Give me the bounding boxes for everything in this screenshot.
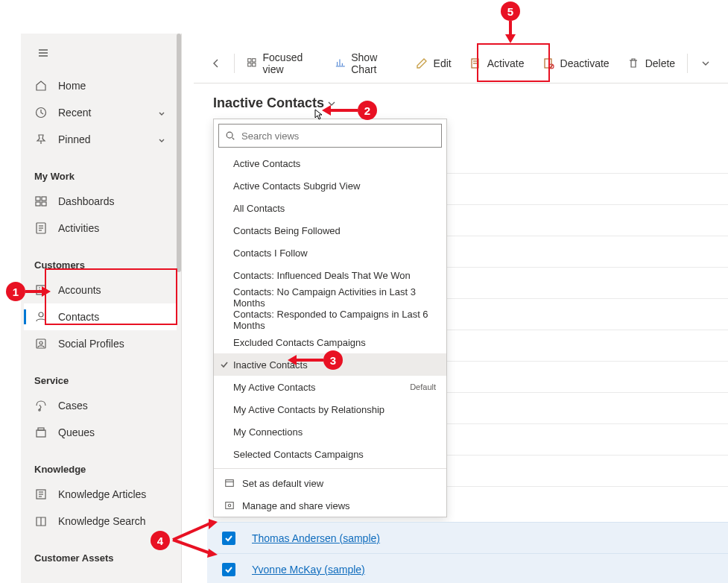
divider — [687, 54, 688, 73]
chevron-down-icon — [157, 108, 166, 117]
sidebar: Home Recent Pinned My Work Dashboards Ac… — [21, 34, 182, 583]
sidebar-item-activities[interactable]: Activities — [24, 215, 177, 242]
view-selector[interactable]: Inactive Contacts — [207, 95, 728, 116]
view-option-label: Contacts: No Campaign Activities in Last… — [233, 286, 436, 309]
contacts-icon — [34, 310, 48, 324]
pin-icon — [34, 133, 48, 146]
sidebar-item-label: Dashboards — [58, 195, 166, 207]
sidebar-item-queues[interactable]: Queues — [24, 419, 177, 446]
hamburger-menu-button[interactable] — [28, 38, 58, 68]
view-option-label: Contacts Being Followed — [233, 225, 341, 236]
view-option[interactable]: Contacts: Responded to Campaigns in Last… — [214, 309, 446, 331]
view-option[interactable]: Selected Contacts Campaigns — [214, 443, 446, 465]
activate-button[interactable]: Activate — [462, 50, 532, 77]
record-row[interactable]: Thomas Andersen (sample) — [207, 522, 728, 553]
chevron-down-icon — [157, 135, 166, 144]
delete-icon — [627, 57, 639, 69]
svg-rect-31 — [248, 63, 251, 66]
sidebar-item-contacts[interactable]: Contacts — [24, 303, 177, 330]
svg-rect-40 — [545, 59, 551, 68]
view-option-label: Excluded Contacts Campaigns — [233, 337, 366, 348]
view-search-input[interactable] — [241, 130, 435, 142]
sidebar-item-pinned[interactable]: Pinned — [24, 126, 177, 153]
sidebar-item-label: Home — [58, 80, 166, 92]
edit-button[interactable]: Edit — [408, 50, 459, 77]
toolbar-label: Deactivate — [560, 57, 610, 69]
queues-icon — [34, 426, 48, 439]
sidebar-item-cases[interactable]: Cases — [24, 392, 177, 419]
activate-icon — [469, 57, 481, 69]
toolbar-label: Focused view — [263, 51, 317, 75]
focusedview-button[interactable]: Focused view — [239, 50, 325, 77]
view-dropdown: Active Contacts Active Contacts Subgrid … — [213, 119, 447, 517]
svg-rect-24 — [38, 428, 44, 430]
manage-views-action[interactable]: Manage and share views — [214, 494, 446, 517]
svg-rect-7 — [36, 202, 40, 206]
sidebar-item-label: Cases — [58, 400, 166, 412]
dropdown-divider — [214, 468, 446, 469]
record-grid: Thomas Andersen (sample) Yvonne McKay (s… — [207, 522, 728, 583]
chevron-down-icon — [326, 98, 338, 110]
view-option[interactable]: My Connections — [214, 420, 446, 443]
view-option[interactable]: Active Contacts Subgrid View — [214, 174, 446, 197]
default-badge: Default — [410, 382, 436, 391]
dashboards-icon — [34, 195, 48, 208]
sidebar-item-socialprofiles[interactable]: Social Profiles — [24, 330, 177, 357]
sidebar-item-recent[interactable]: Recent — [24, 99, 177, 126]
svg-rect-30 — [253, 58, 256, 61]
view-option[interactable]: My Active Contacts Default — [214, 376, 446, 398]
check-icon — [224, 565, 233, 574]
view-option[interactable]: Contacts: No Campaign Activities in Last… — [214, 286, 446, 309]
svg-rect-45 — [226, 480, 234, 487]
delete-button[interactable]: Delete — [620, 50, 683, 77]
row-checkbox[interactable] — [222, 532, 235, 545]
toolbar-label: Edit — [434, 57, 452, 69]
record-link[interactable]: Yvonne McKay (sample) — [252, 564, 365, 576]
focusedview-icon — [247, 57, 257, 69]
sidebar-item-label: Knowledge Search — [58, 515, 166, 527]
svg-point-43 — [227, 132, 232, 138]
svg-rect-8 — [42, 202, 46, 206]
back-button[interactable] — [203, 50, 230, 77]
section-header-service: Service — [21, 357, 181, 392]
sidebar-item-label: Knowledge Articles — [58, 488, 166, 500]
svg-line-44 — [232, 138, 235, 140]
view-option-label: Selected Contacts Campaigns — [233, 449, 364, 460]
view-option[interactable]: Contacts: Influenced Deals That We Won — [214, 264, 446, 286]
view-option[interactable]: Contacts I Follow — [214, 242, 446, 264]
view-option-label: Contacts I Follow — [233, 248, 308, 259]
record-link[interactable]: Thomas Andersen (sample) — [252, 532, 380, 544]
main-content: Inactive Contacts Active Contacts Active… — [207, 95, 728, 583]
activities-icon — [34, 221, 48, 235]
svg-rect-32 — [253, 63, 256, 66]
sidebar-item-home[interactable]: Home — [24, 72, 177, 99]
set-default-view-action[interactable]: Set as default view — [214, 472, 446, 494]
overflow-menu-button[interactable] — [692, 50, 719, 77]
accounts-icon — [34, 283, 48, 297]
row-checkbox[interactable] — [222, 563, 235, 576]
view-option-label: My Connections — [233, 426, 303, 438]
view-search-box[interactable] — [218, 124, 442, 148]
view-option[interactable]: All Contacts — [214, 197, 446, 219]
svg-point-19 — [39, 312, 43, 317]
svg-rect-5 — [36, 197, 40, 201]
view-option[interactable]: Active Contacts — [214, 152, 446, 174]
section-header-mywork: My Work — [21, 153, 181, 188]
sidebar-item-accounts[interactable]: Accounts — [24, 277, 177, 303]
callout-badge-1: 1 — [6, 282, 25, 301]
knowledgearticles-icon — [34, 488, 48, 501]
view-option[interactable]: My Active Contacts by Relationship — [214, 398, 446, 420]
record-row[interactable]: Yvonne McKay (sample) — [207, 553, 728, 583]
view-option-label: Active Contacts — [233, 158, 300, 169]
sidebar-item-dashboards[interactable]: Dashboards — [24, 188, 177, 215]
sidebar-item-label: Contacts — [58, 311, 166, 323]
view-option[interactable]: Contacts Being Followed — [214, 219, 446, 242]
sidebar-item-knowledgesearch[interactable]: Knowledge Search — [24, 508, 177, 535]
showchart-button[interactable]: Show Chart — [328, 50, 405, 77]
search-icon — [225, 130, 235, 141]
sidebar-scrollbar[interactable] — [177, 34, 181, 272]
home-icon — [34, 79, 48, 92]
deactivate-button[interactable]: Deactivate — [535, 50, 617, 77]
sidebar-item-knowledgearticles[interactable]: Knowledge Articles — [24, 481, 177, 508]
deactivate-icon — [542, 57, 554, 69]
